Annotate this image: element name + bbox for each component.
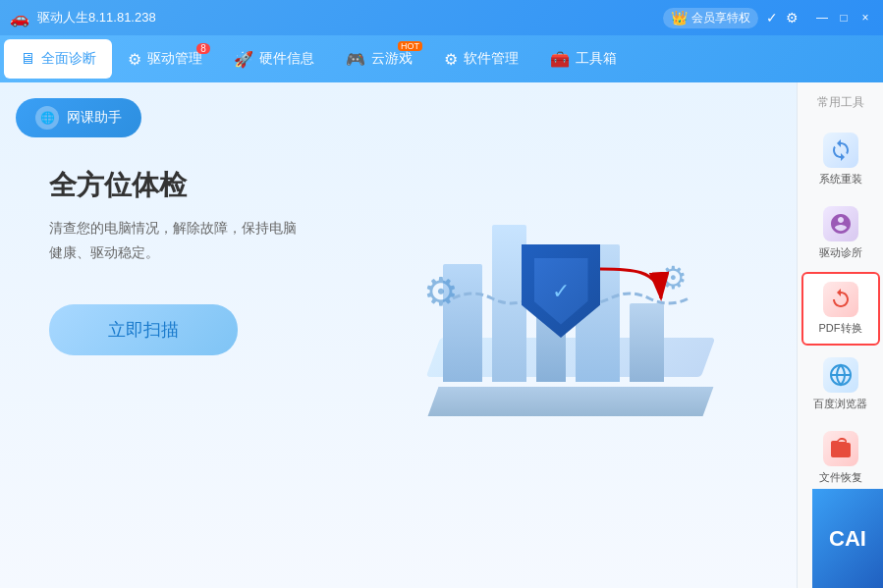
- system-reinstall-label: 系统重装: [819, 172, 862, 187]
- cai-text: CAI: [829, 526, 866, 552]
- nav-label-hardware-info: 硬件信息: [259, 50, 314, 68]
- hero-desc: 清查您的电脑情况，解除故障，保持电脑 健康、驱动稳定。: [49, 216, 324, 265]
- nav-label-software-manage: 软件管理: [464, 50, 519, 68]
- cloud-game-icon: 🎮: [346, 50, 365, 69]
- pdf-convert-label: PDF转换: [819, 321, 862, 336]
- title-bar: 🚗 驱动人生8.11.81.238 👑 会员享特权 ✓ ⚙ — □ ×: [0, 0, 883, 35]
- app-title: 驱动人生8.11.81.238: [37, 9, 156, 27]
- shield-shape: ✓: [522, 244, 600, 338]
- driver-manage-icon: ⚙: [128, 50, 141, 69]
- cai-watermark: CAI: [812, 489, 883, 588]
- network-assistant-button[interactable]: 🌐 网课助手: [16, 98, 141, 137]
- network-assistant-icon: 🌐: [35, 106, 59, 130]
- nav-label-toolbox: 工具箱: [576, 50, 617, 68]
- file-recovery-icon: [823, 431, 858, 466]
- scan-button[interactable]: 立即扫描: [49, 304, 238, 355]
- settings-icon[interactable]: ⚙: [786, 10, 799, 26]
- system-reinstall-icon: [823, 133, 858, 168]
- nav-label-driver-manage: 驱动管理: [147, 50, 202, 68]
- sidebar-item-pdf-convert[interactable]: PDF转换: [801, 272, 880, 346]
- nav-label-full-check: 全面诊断: [41, 50, 96, 68]
- baidu-browser-label: 百度浏览器: [813, 397, 867, 411]
- title-bar-right: 👑 会员享特权 ✓ ⚙ — □ ×: [663, 8, 873, 28]
- shield-inner: ✓: [534, 258, 588, 325]
- hero-section: 全方位体检 清查您的电脑情况，解除故障，保持电脑 健康、驱动稳定。 立即扫描: [0, 137, 797, 355]
- sidebar-header: 常用工具: [817, 90, 864, 115]
- nav-bar: 🖥 全面诊断 ⚙ 驱动管理 8 🚀 硬件信息 🎮 云游戏 HOT ⚙ 软件管理 …: [0, 35, 883, 82]
- driver-manage-badge: 8: [196, 43, 210, 54]
- nav-item-software-manage[interactable]: ⚙ 软件管理: [428, 39, 534, 79]
- sidebar-item-driver-diagnosis[interactable]: 驱动诊所: [801, 198, 880, 268]
- cloud-game-hot-badge: HOT: [398, 41, 422, 51]
- toolbox-icon: 🧰: [550, 50, 570, 69]
- hero-title: 全方位体检: [49, 167, 797, 204]
- sidebar-item-file-recovery[interactable]: 文件恢复: [801, 423, 880, 493]
- main-content: 🌐 网课助手 全方位体检 清查您的电脑情况，解除故障，保持电脑 健康、驱动稳定。…: [0, 82, 883, 588]
- shield-icon: ✓: [522, 244, 600, 338]
- member-badge[interactable]: 👑 会员享特权: [663, 8, 758, 28]
- nav-item-full-check[interactable]: 🖥 全面诊断: [4, 39, 112, 79]
- nav-item-toolbox[interactable]: 🧰 工具箱: [534, 39, 633, 79]
- nav-item-driver-manage[interactable]: ⚙ 驱动管理 8: [112, 39, 218, 79]
- baidu-browser-icon: [823, 357, 858, 393]
- minimize-button[interactable]: —: [814, 10, 830, 26]
- window-controls: — □ ×: [814, 10, 873, 26]
- software-manage-icon: ⚙: [444, 50, 458, 69]
- hero-desc-line2: 健康、驱动稳定。: [49, 244, 159, 260]
- platform-front: [428, 387, 714, 416]
- title-bar-left: 🚗 驱动人生8.11.81.238: [10, 9, 156, 27]
- full-check-icon: 🖥: [20, 50, 35, 68]
- file-recovery-label: 文件恢复: [819, 470, 862, 485]
- shield-check-icon: ✓: [552, 279, 570, 304]
- nav-item-cloud-game[interactable]: 🎮 云游戏 HOT: [330, 39, 428, 79]
- verified-icon[interactable]: ✓: [766, 10, 778, 26]
- left-panel: 🌐 网课助手 全方位体检 清查您的电脑情况，解除故障，保持电脑 健康、驱动稳定。…: [0, 82, 797, 588]
- restore-button[interactable]: □: [836, 10, 852, 26]
- hardware-info-icon: 🚀: [234, 50, 253, 69]
- sidebar-item-baidu-browser[interactable]: 百度浏览器: [801, 349, 880, 419]
- nav-label-cloud-game: 云游戏: [371, 50, 413, 68]
- sidebar-item-system-reinstall[interactable]: 系统重装: [801, 125, 880, 194]
- pdf-convert-icon: [823, 282, 858, 317]
- hero-desc-line1: 清查您的电脑情况，解除故障，保持电脑: [49, 220, 297, 236]
- member-label: 会员享特权: [691, 10, 750, 27]
- driver-diagnosis-label: 驱动诊所: [819, 245, 862, 260]
- close-button[interactable]: ×: [857, 10, 873, 26]
- nav-item-hardware-info[interactable]: 🚀 硬件信息: [218, 39, 330, 79]
- network-assistant-label: 网课助手: [67, 109, 122, 127]
- driver-diagnosis-icon: [823, 206, 858, 241]
